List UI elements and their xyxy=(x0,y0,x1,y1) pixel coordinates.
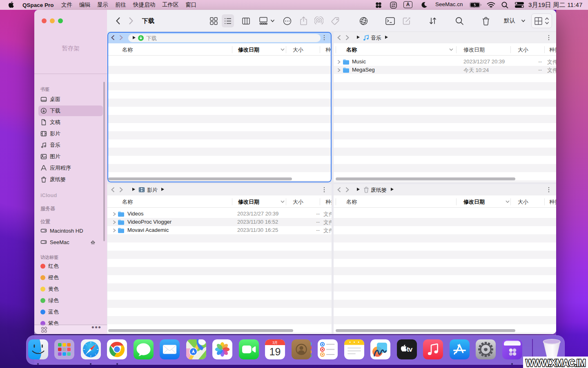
svg-text:tv: tv xyxy=(407,346,413,353)
svg-text:WWW.XMAC.IM: WWW.XMAC.IM xyxy=(526,358,585,368)
svg-text:19: 19 xyxy=(270,346,281,357)
svg-text:3月: 3月 xyxy=(272,341,278,345)
